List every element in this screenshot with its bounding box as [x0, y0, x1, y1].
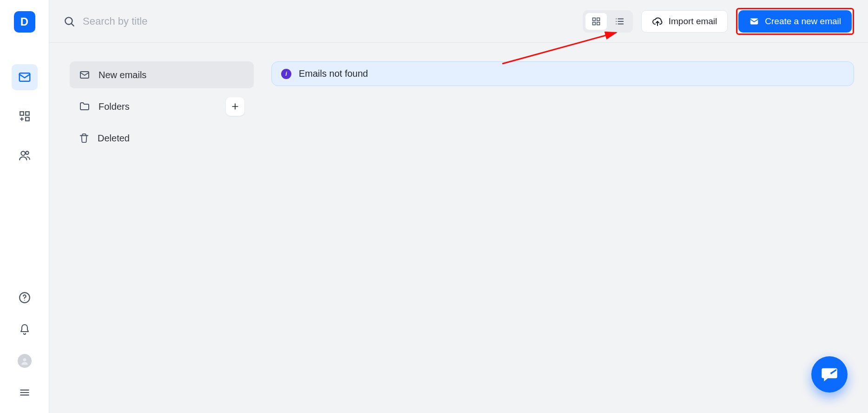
avatar-icon [18, 354, 32, 368]
nav-group-top [12, 64, 38, 168]
create-email-label: Create a new email [765, 16, 841, 27]
upload-cloud-icon [652, 16, 663, 27]
svg-rect-2 [26, 112, 29, 115]
main-column: Import email Create a new email [49, 0, 868, 413]
nav-item-emails[interactable] [12, 64, 38, 90]
create-email-button[interactable]: Create a new email [738, 10, 852, 33]
mail-filled-icon [749, 16, 759, 27]
search [63, 15, 574, 28]
view-grid-button[interactable] [585, 13, 607, 30]
mail-outline-icon [79, 69, 90, 80]
view-list-button[interactable] [609, 13, 630, 30]
svg-rect-1 [20, 112, 24, 115]
folder-list: New emails Folders [70, 61, 254, 413]
list-icon [614, 16, 625, 27]
folder-label: Deleted [98, 133, 130, 144]
search-input[interactable] [82, 15, 574, 28]
svg-rect-18 [592, 22, 595, 25]
chat-fab[interactable] [811, 356, 848, 393]
grid-icon [592, 17, 601, 26]
nav-item-modules[interactable] [12, 103, 38, 129]
folder-folders[interactable]: Folders [70, 93, 254, 120]
nav-item-people[interactable] [12, 142, 38, 168]
svg-point-10 [23, 358, 26, 361]
help-icon [19, 292, 31, 304]
vertical-nav: D [0, 0, 49, 413]
folder-label: New emails [99, 70, 146, 80]
trash-icon [79, 133, 89, 143]
nav-group-bottom [15, 288, 34, 402]
view-toggle [583, 10, 633, 33]
svg-rect-3 [26, 117, 29, 121]
folder-icon [79, 101, 90, 112]
brand-initial: D [20, 15, 28, 28]
nav-item-account[interactable] [15, 352, 34, 370]
hamburger-icon [19, 386, 31, 399]
search-icon [63, 15, 75, 27]
svg-point-23 [616, 18, 617, 19]
nav-item-help[interactable] [15, 288, 34, 307]
folder-label: Folders [99, 101, 130, 112]
grid-add-icon [19, 110, 31, 122]
import-email-label: Import email [669, 16, 717, 27]
svg-point-25 [616, 23, 617, 24]
chat-icon [820, 365, 839, 384]
svg-rect-16 [592, 18, 595, 20]
nav-item-menu[interactable] [15, 383, 34, 402]
add-folder-button[interactable] [226, 97, 244, 116]
plus-icon [230, 102, 240, 111]
app-root: D [0, 0, 868, 413]
folder-deleted[interactable]: Deleted [70, 125, 254, 152]
annotation-highlight: Create a new email [736, 8, 854, 35]
mail-icon [18, 70, 32, 84]
topbar: Import email Create a new email [49, 0, 868, 43]
people-icon [19, 149, 31, 161]
content-area: i Emails not found [271, 61, 854, 413]
empty-state-alert: i Emails not found [271, 61, 854, 86]
body: New emails Folders [49, 43, 868, 413]
svg-rect-19 [597, 22, 599, 25]
svg-point-9 [24, 300, 25, 301]
svg-point-24 [616, 21, 617, 22]
svg-line-15 [72, 23, 74, 26]
svg-rect-17 [597, 18, 599, 20]
folder-new-emails[interactable]: New emails [70, 61, 254, 88]
bell-icon [19, 324, 30, 335]
svg-point-6 [21, 151, 25, 155]
svg-point-7 [26, 151, 28, 154]
nav-item-notifications[interactable] [15, 320, 34, 339]
import-email-button[interactable]: Import email [641, 10, 728, 33]
empty-state-text: Emails not found [299, 68, 368, 79]
info-icon: i [281, 69, 291, 79]
brand-logo[interactable]: D [14, 11, 35, 33]
